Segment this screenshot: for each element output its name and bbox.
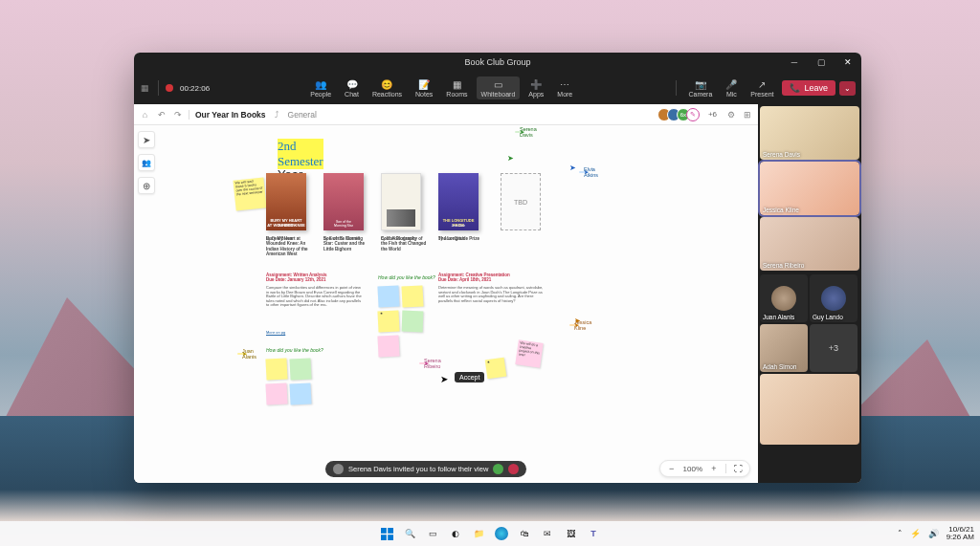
assignment-2-body: Determine the meaning of words such as q… [438, 286, 544, 303]
participant-tile[interactable]: Adah Simon [760, 324, 808, 372]
chat-icon: 💬 [346, 78, 358, 90]
toolbar-rooms-button[interactable]: ▦Rooms [441, 76, 472, 99]
sticky-note[interactable] [265, 382, 287, 404]
user-cursor-tag: ➤Juan Alanis [237, 353, 247, 355]
toolbar-whiteboard-button[interactable]: ▭Whiteboard [477, 76, 521, 99]
assignment-1-body: Compare the similarities and differences… [266, 286, 362, 308]
decline-invite-button[interactable] [508, 464, 519, 474]
store-icon[interactable]: 🛍 [518, 527, 531, 540]
channel-name[interactable]: General [288, 110, 317, 120]
sticky-note[interactable] [289, 358, 311, 380]
sticky-note[interactable] [377, 335, 399, 357]
fit-screen-button[interactable]: ⛶ [732, 463, 744, 474]
mic-icon: 🎤 [725, 78, 737, 90]
sticky-note[interactable] [377, 285, 399, 307]
notes-icon: 📝 [418, 78, 430, 90]
leave-dropdown-button[interactable]: ⌄ [839, 81, 856, 96]
sticky-note[interactable] [265, 358, 287, 380]
toolbar-mic-button[interactable]: 🎤Mic [721, 76, 742, 99]
accept-tooltip: Accept [455, 372, 484, 382]
participant-tile[interactable]: Serena Davis [760, 106, 859, 160]
svg-rect-0 [381, 528, 387, 534]
follow-invite-bar: Serena Davis invited you to follow their… [325, 461, 526, 477]
zoom-out-button[interactable]: − [666, 463, 678, 474]
book-cover-1[interactable]: BURY MY HEARTAT WOUNDED KNEEDEE BROWN [266, 173, 306, 230]
clock[interactable]: 10/6/21 9:26 AM [947, 526, 974, 541]
edge-icon[interactable] [495, 527, 508, 540]
share-icon[interactable]: ⤴ [272, 109, 282, 120]
rooms-icon: ▦ [451, 78, 462, 90]
toolbar-chat-button[interactable]: 💬Chat [340, 76, 364, 99]
svg-rect-1 [388, 528, 393, 534]
sticky-note[interactable]: We will read these 5 books over the cour… [233, 177, 266, 210]
explorer-icon[interactable]: 📁 [472, 527, 485, 540]
close-button[interactable]: ✕ [835, 53, 861, 72]
sticky-note[interactable] [402, 311, 424, 333]
participant-name: Serena Davis [763, 151, 800, 158]
participants-panel: Serena DavisJessica KlineSerena Ribeiro … [758, 104, 861, 483]
toolbar-present-button[interactable]: ↗Present [746, 76, 778, 99]
minimize-button[interactable]: ─ [781, 53, 808, 72]
sticky-note[interactable] [289, 382, 311, 404]
participant-name: Juan Alanis [763, 314, 794, 320]
overflow-count[interactable]: +6 [705, 110, 720, 119]
maximize-button[interactable]: ▢ [808, 53, 835, 72]
participant-tile[interactable]: Serena Ribeiro [760, 217, 859, 271]
toolbar-apps-button[interactable]: ➕Apps [523, 76, 548, 99]
teams-icon[interactable]: T [587, 527, 600, 540]
book-cover-4[interactable]: THE LONGITUDE PRIZEJoan Dash [438, 173, 479, 230]
participant-tile-large[interactable] [760, 374, 859, 445]
gallery-layout-icon[interactable]: ▦ [140, 83, 150, 94]
leave-button[interactable]: 📞Leave [782, 80, 835, 96]
more-icon: ⋯ [559, 78, 570, 90]
svg-rect-2 [381, 535, 387, 540]
board-menu-icon[interactable]: ⊞ [742, 109, 752, 120]
toolbar-notes-button[interactable]: 📝Notes [411, 76, 437, 99]
mail-icon[interactable]: ✉ [541, 527, 554, 540]
assignment-1-head: Assignment: Written Analysis Due Date: J… [266, 273, 362, 282]
search-icon[interactable]: 🔍 [403, 527, 416, 540]
whiteboard-canvas[interactable]: ➤ 👥 ⊕ — Our Year, IN BOOKS — 2nd Semeste… [134, 125, 758, 483]
volume-icon[interactable]: 🔊 [928, 529, 939, 538]
apps-icon: ➕ [530, 78, 542, 90]
task-view-icon[interactable]: ▭ [426, 527, 439, 540]
book-cover-2[interactable]: Son of theMorning Star [323, 173, 364, 230]
toolbar-camera-button[interactable]: 📷Camera [683, 76, 717, 99]
sticky-note[interactable] [401, 285, 423, 307]
camera-icon: 📷 [695, 78, 706, 90]
participant-avatars[interactable]: 6x ✎ [661, 108, 700, 121]
widgets-icon[interactable]: ◐ [449, 527, 462, 540]
more-participants-button[interactable]: +3 [810, 324, 858, 372]
assignment-1-more[interactable]: More on pg [266, 330, 285, 335]
accept-invite-button[interactable] [493, 464, 503, 474]
question-text-2: How did you like the book? [266, 347, 323, 353]
reactions-icon: 😊 [381, 78, 392, 90]
book-cover-3[interactable]: codMark Kurlansky [381, 173, 421, 230]
start-button[interactable] [380, 527, 393, 540]
book-placeholder[interactable]: TBD [501, 173, 541, 230]
participant-tile[interactable]: Jessica Kline [760, 162, 859, 215]
wifi-icon[interactable]: ⚡ [910, 529, 921, 538]
whiteboard-breadcrumb: ⌂ ↶ ↷ Our Year In Books ⤴ General 6x ✎ +… [134, 104, 758, 125]
board-title[interactable]: Our Year In Books [189, 110, 266, 120]
photos-icon[interactable]: 🖼 [564, 527, 577, 540]
sticky-note[interactable]: ★ [485, 358, 507, 380]
home-icon[interactable]: ⌂ [140, 109, 150, 120]
participant-tile-small[interactable]: Guy Lando [810, 274, 858, 322]
zoom-in-button[interactable]: + [708, 463, 720, 474]
sticky-note[interactable]: We will do a creative project on this on… [515, 339, 543, 367]
toolbar-more-button[interactable]: ⋯More [552, 76, 577, 99]
meeting-toolbar: ▦ 00:22:06 👥People💬Chat😊Reactions📝Notes▦… [134, 72, 861, 104]
toolbar-reactions-button[interactable]: 😊Reactions [368, 76, 407, 99]
participant-name: Jessica Kline [763, 207, 799, 213]
cursor-icon: ➤ [440, 374, 448, 384]
toolbar-people-button[interactable]: 👥People [305, 76, 336, 99]
recording-time: 00:22:06 [180, 84, 210, 93]
redo-icon[interactable]: ↷ [172, 109, 183, 120]
sticky-note[interactable]: ★ [377, 310, 399, 332]
undo-icon[interactable]: ↶ [156, 109, 167, 120]
tray-chevron-icon[interactable]: ˄ [898, 529, 902, 538]
settings-icon[interactable]: ⚙ [725, 109, 736, 120]
user-cursor-tag: ➤Serena Davis [515, 131, 524, 133]
participant-tile-small[interactable]: Juan Alanis [760, 274, 808, 322]
